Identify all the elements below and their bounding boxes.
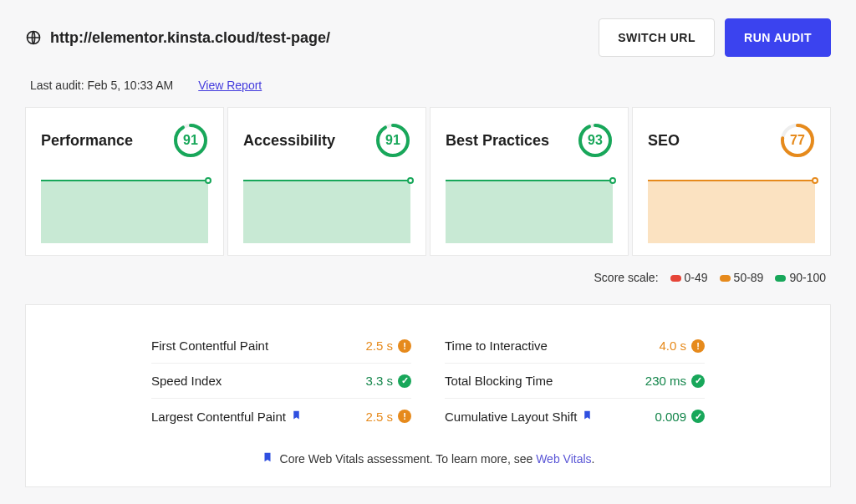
run-audit-button[interactable]: RUN AUDIT bbox=[725, 18, 831, 57]
view-report-link[interactable]: View Report bbox=[198, 79, 262, 92]
metric-value: 4.0 s ! bbox=[659, 339, 705, 353]
last-audit-text: Last audit: Feb 5, 10:33 AM bbox=[30, 79, 173, 92]
metric-name: Largest Contentful Paint bbox=[151, 409, 302, 424]
score-card-performance[interactable]: Performance 91 bbox=[25, 107, 224, 256]
score-value: 91 bbox=[173, 123, 208, 158]
metrics-panel: First Contentful Paint 2.5 s ! Speed Ind… bbox=[25, 304, 831, 487]
url-text: http://elementor.kinsta.cloud/test-page/ bbox=[50, 29, 330, 47]
status-green-icon: ✓ bbox=[691, 374, 705, 388]
scale-range: 0-49 bbox=[670, 271, 708, 284]
bookmark-icon bbox=[291, 409, 302, 424]
metric-value: 2.5 s ! bbox=[365, 410, 411, 424]
metric-row: Time to Interactive 4.0 s ! bbox=[445, 328, 705, 364]
score-card-seo[interactable]: SEO 77 bbox=[632, 107, 831, 256]
scale-range: 90-100 bbox=[775, 271, 826, 284]
score-gauge: 93 bbox=[578, 123, 613, 158]
score-value: 77 bbox=[780, 123, 815, 158]
footnote-text: Core Web Vitals assessment. To learn mor… bbox=[280, 452, 537, 466]
metric-row: Speed Index 3.3 s ✓ bbox=[151, 364, 411, 399]
score-gauge: 77 bbox=[780, 123, 815, 158]
globe-icon bbox=[25, 29, 42, 46]
metric-row: Cumulative Layout Shift 0.009 ✓ bbox=[445, 399, 705, 434]
scale-dot-icon bbox=[775, 275, 786, 282]
scale-dot-icon bbox=[670, 275, 681, 282]
status-green-icon: ✓ bbox=[398, 374, 411, 388]
metric-row: First Contentful Paint 2.5 s ! bbox=[151, 328, 411, 364]
scale-range: 50-89 bbox=[720, 271, 764, 284]
status-green-icon: ✓ bbox=[691, 410, 705, 423]
score-gauge: 91 bbox=[375, 123, 410, 158]
metric-row: Total Blocking Time 230 ms ✓ bbox=[445, 364, 705, 399]
sparkline bbox=[41, 180, 208, 243]
metric-value: 2.5 s ! bbox=[365, 339, 411, 353]
metric-value: 230 ms ✓ bbox=[645, 374, 705, 388]
score-value: 93 bbox=[578, 123, 613, 158]
status-orange-icon: ! bbox=[398, 339, 411, 353]
score-value: 91 bbox=[375, 123, 410, 158]
status-orange-icon: ! bbox=[691, 339, 705, 353]
status-orange-icon: ! bbox=[398, 410, 411, 423]
url-display: http://elementor.kinsta.cloud/test-page/ bbox=[25, 29, 330, 47]
metric-name: Time to Interactive bbox=[445, 339, 548, 353]
score-card-accessibility[interactable]: Accessibility 91 bbox=[227, 107, 426, 256]
sparkline bbox=[446, 180, 613, 243]
metric-name: Speed Index bbox=[151, 374, 222, 388]
score-card-best-practices[interactable]: Best Practices 93 bbox=[430, 107, 629, 256]
switch-url-button[interactable]: SWITCH URL bbox=[599, 18, 715, 57]
card-title: SEO bbox=[648, 132, 680, 150]
card-title: Accessibility bbox=[243, 132, 335, 150]
card-title: Best Practices bbox=[446, 132, 549, 150]
metric-row: Largest Contentful Paint 2.5 s ! bbox=[151, 399, 411, 434]
score-scale: Score scale: 0-4950-8990-100 bbox=[30, 271, 826, 284]
metric-name: Cumulative Layout Shift bbox=[445, 409, 593, 424]
score-scale-label: Score scale: bbox=[594, 271, 659, 284]
bookmark-icon bbox=[262, 451, 273, 466]
score-gauge: 91 bbox=[173, 123, 208, 158]
web-vitals-link[interactable]: Web Vitals bbox=[536, 452, 591, 466]
sparkline bbox=[648, 180, 815, 243]
sparkline bbox=[243, 180, 410, 243]
card-title: Performance bbox=[41, 132, 133, 150]
bookmark-icon bbox=[582, 409, 593, 424]
metric-value: 3.3 s ✓ bbox=[365, 374, 411, 388]
metric-name: Total Blocking Time bbox=[445, 374, 553, 388]
metric-name: First Contentful Paint bbox=[151, 339, 268, 353]
metric-value: 0.009 ✓ bbox=[655, 410, 705, 424]
core-web-vitals-note: Core Web Vitals assessment. To learn mor… bbox=[151, 451, 705, 466]
scale-dot-icon bbox=[720, 275, 731, 282]
